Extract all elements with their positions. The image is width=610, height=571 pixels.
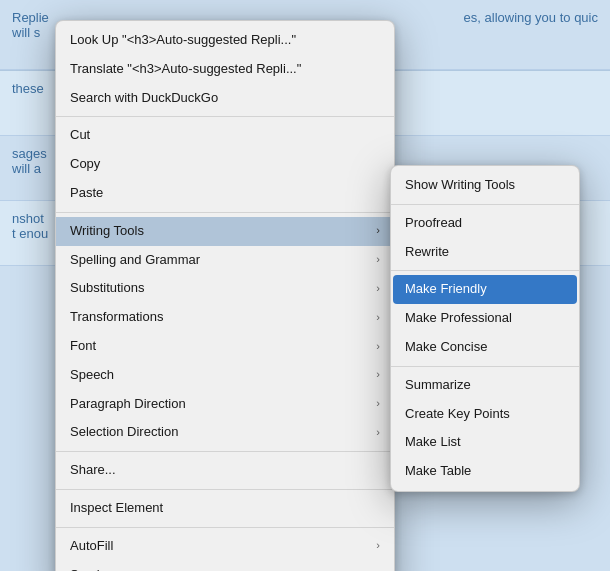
separator-4 bbox=[56, 489, 394, 490]
submenu-item-create-key-points[interactable]: Create Key Points bbox=[391, 400, 579, 429]
chevron-right-icon: › bbox=[376, 566, 380, 571]
separator-2 bbox=[56, 212, 394, 213]
menu-item-spelling[interactable]: Spelling and Grammar › bbox=[56, 246, 394, 275]
chevron-right-icon: › bbox=[376, 222, 380, 240]
menu-item-paste[interactable]: Paste bbox=[56, 179, 394, 208]
submenu-item-proofread[interactable]: Proofread bbox=[391, 209, 579, 238]
menu-item-lookup[interactable]: Look Up "<h3>Auto-suggested Repli..." bbox=[56, 26, 394, 55]
bg-text-line11: t enou bbox=[12, 226, 48, 241]
menu-item-inspect[interactable]: Inspect Element bbox=[56, 494, 394, 523]
submenu-separator-1 bbox=[391, 204, 579, 205]
menu-item-translate[interactable]: Translate "<h3>Auto-suggested Repli..." bbox=[56, 55, 394, 84]
menu-item-writing-tools[interactable]: Writing Tools › bbox=[56, 217, 394, 246]
bg-text-line3: es, allowing you to quic bbox=[464, 10, 598, 25]
chevron-right-icon: › bbox=[376, 280, 380, 298]
menu-item-speech[interactable]: Speech › bbox=[56, 361, 394, 390]
submenu-separator-2 bbox=[391, 270, 579, 271]
menu-item-substitutions[interactable]: Substitutions › bbox=[56, 274, 394, 303]
chevron-right-icon: › bbox=[376, 395, 380, 413]
bg-text-line4: these bbox=[12, 81, 44, 96]
menu-item-transformations[interactable]: Transformations › bbox=[56, 303, 394, 332]
chevron-right-icon: › bbox=[376, 366, 380, 384]
menu-item-search[interactable]: Search with DuckDuckGo bbox=[56, 84, 394, 113]
submenu-item-make-table[interactable]: Make Table bbox=[391, 457, 579, 486]
separator-5 bbox=[56, 527, 394, 528]
submenu-item-make-professional[interactable]: Make Professional bbox=[391, 304, 579, 333]
bg-text-line2: will s bbox=[12, 25, 40, 40]
bg-text-line9: nshot bbox=[12, 211, 44, 226]
bg-text-line6: sages bbox=[12, 146, 47, 161]
separator-3 bbox=[56, 451, 394, 452]
submenu-item-make-concise[interactable]: Make Concise bbox=[391, 333, 579, 362]
submenu-separator-3 bbox=[391, 366, 579, 367]
menu-item-autofill[interactable]: AutoFill › bbox=[56, 532, 394, 561]
bg-text-line8: will a bbox=[12, 161, 41, 176]
menu-item-font[interactable]: Font › bbox=[56, 332, 394, 361]
submenu-item-rewrite[interactable]: Rewrite bbox=[391, 238, 579, 267]
menu-item-paragraph-direction[interactable]: Paragraph Direction › bbox=[56, 390, 394, 419]
submenu-item-show-writing-tools[interactable]: Show Writing Tools bbox=[391, 171, 579, 200]
submenu-item-make-list[interactable]: Make List bbox=[391, 428, 579, 457]
bg-text-line1: Replie bbox=[12, 10, 49, 25]
chevron-right-icon: › bbox=[376, 309, 380, 327]
menu-item-copy[interactable]: Copy bbox=[56, 150, 394, 179]
chevron-right-icon: › bbox=[376, 537, 380, 555]
menu-item-share[interactable]: Share... bbox=[56, 456, 394, 485]
chevron-right-icon: › bbox=[376, 338, 380, 356]
menu-item-selection-direction[interactable]: Selection Direction › bbox=[56, 418, 394, 447]
submenu-item-make-friendly[interactable]: Make Friendly bbox=[393, 275, 577, 304]
chevron-right-icon: › bbox=[376, 251, 380, 269]
submenu-item-summarize[interactable]: Summarize bbox=[391, 371, 579, 400]
context-menu: Look Up "<h3>Auto-suggested Repli..." Tr… bbox=[55, 20, 395, 571]
separator-1 bbox=[56, 116, 394, 117]
menu-item-cut[interactable]: Cut bbox=[56, 121, 394, 150]
menu-item-services[interactable]: Services › bbox=[56, 561, 394, 571]
chevron-right-icon: › bbox=[376, 424, 380, 442]
writing-tools-submenu: Show Writing Tools Proofread Rewrite Mak… bbox=[390, 165, 580, 492]
